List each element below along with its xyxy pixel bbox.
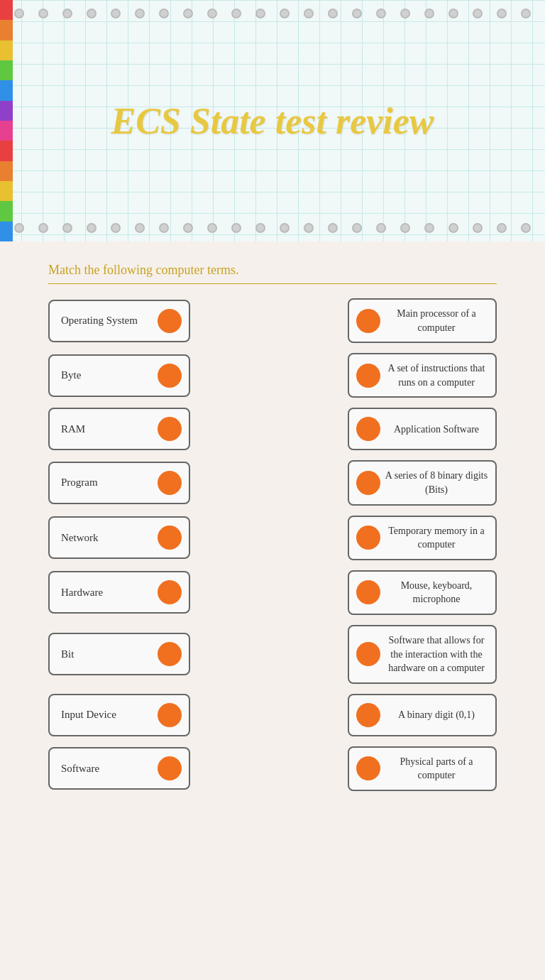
match-row: ByteA set of instructions that runs on a…: [48, 353, 497, 398]
term-connector-dot[interactable]: [158, 703, 182, 727]
definition-text: Main processor of a computer: [385, 307, 488, 334]
definition-box[interactable]: A binary digit (0,1): [348, 694, 497, 736]
term-box[interactable]: Input Device: [48, 694, 190, 736]
term-connector-dot[interactable]: [158, 471, 182, 495]
def-connector-dot[interactable]: [356, 471, 380, 495]
term-box[interactable]: Byte: [48, 354, 190, 397]
term-box[interactable]: Operating System: [48, 300, 190, 342]
term-label: Bit: [61, 648, 74, 660]
page-title: ECS State test review: [0, 0, 545, 241]
term-label: Network: [61, 532, 99, 544]
term-connector-dot[interactable]: [158, 756, 182, 780]
term-connector-dot[interactable]: [158, 364, 182, 388]
term-label: RAM: [61, 423, 85, 435]
def-connector-dot[interactable]: [356, 526, 380, 550]
definition-text: Software that allows for the interaction…: [385, 633, 488, 675]
main-content: Match the following computer terms. Oper…: [0, 241, 545, 980]
term-connector-dot[interactable]: [158, 526, 182, 550]
definition-text: A set of instructions that runs on a com…: [385, 361, 488, 389]
def-connector-dot[interactable]: [356, 364, 380, 388]
term-box[interactable]: RAM: [48, 408, 190, 450]
term-label: Operating System: [61, 315, 138, 327]
definition-box[interactable]: Application Software: [348, 408, 497, 450]
matching-container: Operating SystemMain processor of a comp…: [48, 298, 497, 791]
def-connector-dot[interactable]: [356, 756, 380, 780]
def-connector-dot[interactable]: [356, 580, 380, 604]
definition-box[interactable]: A set of instructions that runs on a com…: [348, 353, 497, 398]
def-connector-dot[interactable]: [356, 703, 380, 727]
term-box[interactable]: Software: [48, 747, 190, 790]
term-connector-dot[interactable]: [158, 309, 182, 333]
definition-text: Application Software: [385, 423, 488, 437]
term-box[interactable]: Program: [48, 462, 190, 504]
term-label: Byte: [61, 369, 81, 381]
header: ECS State test review: [0, 0, 545, 241]
subtitle: Match the following computer terms.: [48, 263, 497, 284]
term-box[interactable]: Bit: [48, 633, 190, 675]
definition-text: A binary digit (0,1): [385, 708, 488, 722]
definition-box[interactable]: Main processor of a computer: [348, 298, 497, 343]
match-row: NetworkTemporary memory in a computer: [48, 516, 497, 560]
definition-box[interactable]: A series of 8 binary digits (Bits): [348, 460, 497, 505]
term-connector-dot[interactable]: [158, 417, 182, 441]
term-label: Software: [61, 763, 99, 775]
match-row: Input DeviceA binary digit (0,1): [48, 694, 497, 736]
term-label: Program: [61, 477, 98, 489]
match-row: Operating SystemMain processor of a comp…: [48, 298, 497, 343]
term-box[interactable]: Network: [48, 516, 190, 559]
match-row: ProgramA series of 8 binary digits (Bits…: [48, 460, 497, 505]
term-label: Hardware: [61, 587, 103, 599]
match-row: HardwareMouse, keyboard, microphone: [48, 570, 497, 615]
match-row: BitSoftware that allows for the interact…: [48, 625, 497, 684]
definition-box[interactable]: Physical parts of a computer: [348, 746, 497, 791]
match-row: RAMApplication Software: [48, 408, 497, 450]
definition-text: Temporary memory in a computer: [385, 524, 488, 552]
term-label: Input Device: [61, 709, 116, 721]
definition-text: Physical parts of a computer: [385, 755, 488, 783]
definition-box[interactable]: Temporary memory in a computer: [348, 516, 497, 560]
def-connector-dot[interactable]: [356, 642, 380, 666]
definition-box[interactable]: Mouse, keyboard, microphone: [348, 570, 497, 615]
term-box[interactable]: Hardware: [48, 571, 190, 614]
definition-text: A series of 8 binary digits (Bits): [385, 469, 488, 496]
def-connector-dot[interactable]: [356, 309, 380, 333]
term-connector-dot[interactable]: [158, 580, 182, 604]
term-connector-dot[interactable]: [158, 642, 182, 666]
definition-text: Mouse, keyboard, microphone: [385, 579, 488, 606]
definition-box[interactable]: Software that allows for the interaction…: [348, 625, 497, 684]
match-row: SoftwarePhysical parts of a computer: [48, 746, 497, 791]
def-connector-dot[interactable]: [356, 417, 380, 441]
